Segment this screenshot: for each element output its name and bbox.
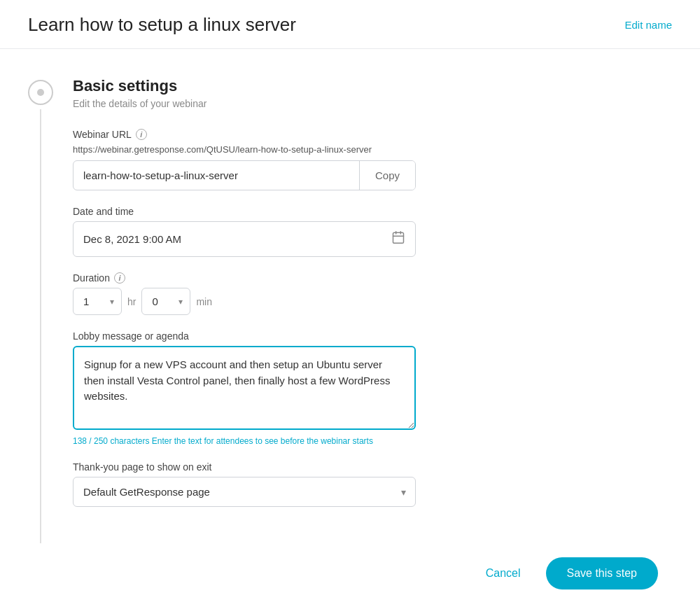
date-time-label: Date and time [73, 206, 672, 217]
webinar-url-field: Webinar URL i https://webinar.getrespons… [73, 129, 672, 190]
webinar-url-info-icon[interactable]: i [136, 129, 147, 140]
copy-button[interactable]: Copy [359, 161, 415, 190]
page-title: Learn how to setup a linux server [28, 14, 296, 36]
content-area: Basic settings Edit the details of your … [0, 49, 700, 543]
url-slug-input[interactable] [74, 161, 359, 190]
section-title: Basic settings [73, 77, 672, 95]
footer-actions: Cancel Save this step [0, 543, 700, 593]
thank-you-select[interactable]: Default GetResponse page Custom URL [73, 477, 416, 507]
thank-you-label: Thank-you page to show on exit [73, 461, 672, 473]
form-col: Basic settings Edit the details of your … [73, 77, 672, 543]
webinar-url-label: Webinar URL i [73, 129, 672, 140]
calendar-icon [391, 230, 405, 248]
duration-hr-arrow-icon: ▾ [108, 290, 121, 314]
lobby-label: Lobby message or agenda [73, 330, 672, 342]
cancel-button[interactable]: Cancel [475, 560, 532, 587]
duration-field: Duration i 1 2 3 4 ▾ hr [73, 272, 672, 315]
duration-hr-select[interactable]: 1 2 3 4 [74, 288, 108, 314]
date-time-field: Date and time Dec 8, 2021 9:00 AM [73, 206, 672, 257]
hr-unit-label: hr [127, 296, 136, 307]
date-input-row[interactable]: Dec 8, 2021 9:00 AM [73, 221, 416, 257]
thank-you-select-wrap: Default GetResponse page Custom URL ▾ [73, 477, 416, 507]
edit-name-link[interactable]: Edit name [624, 19, 672, 31]
date-text: Dec 8, 2021 9:00 AM [83, 233, 181, 245]
duration-hr-wrap: 1 2 3 4 ▾ [73, 288, 122, 315]
min-unit-label: min [196, 296, 212, 307]
duration-min-select[interactable]: 0 15 30 45 [142, 288, 177, 314]
lobby-textarea[interactable]: Signup for a new VPS account and then se… [73, 346, 416, 430]
duration-label: Duration i [73, 272, 672, 284]
webinar-url-full: https://webinar.getresponse.com/QtUSU/le… [73, 144, 672, 155]
duration-min-wrap: 0 15 30 45 ▾ [141, 288, 190, 315]
page-container: Learn how to setup a linux server Edit n… [0, 0, 700, 593]
url-input-row: Copy [73, 160, 416, 190]
lobby-hint: 138 / 250 characters Enter the text for … [73, 436, 672, 446]
step-icon-inner [37, 89, 44, 96]
page-header: Learn how to setup a linux server Edit n… [0, 0, 700, 49]
duration-min-arrow-icon: ▾ [177, 290, 190, 314]
thank-you-field: Thank-you page to show on exit Default G… [73, 461, 672, 507]
svg-rect-0 [393, 232, 404, 243]
lobby-field: Lobby message or agenda Signup for a new… [73, 330, 672, 446]
duration-info-icon[interactable]: i [114, 272, 125, 284]
section-subtitle: Edit the details of your webinar [73, 98, 672, 109]
sidebar-icon-col [28, 77, 53, 543]
duration-row: 1 2 3 4 ▾ hr 0 15 30 45 [73, 288, 672, 315]
step-line [40, 109, 41, 543]
save-step-button[interactable]: Save this step [546, 557, 659, 589]
step-icon [28, 80, 53, 105]
